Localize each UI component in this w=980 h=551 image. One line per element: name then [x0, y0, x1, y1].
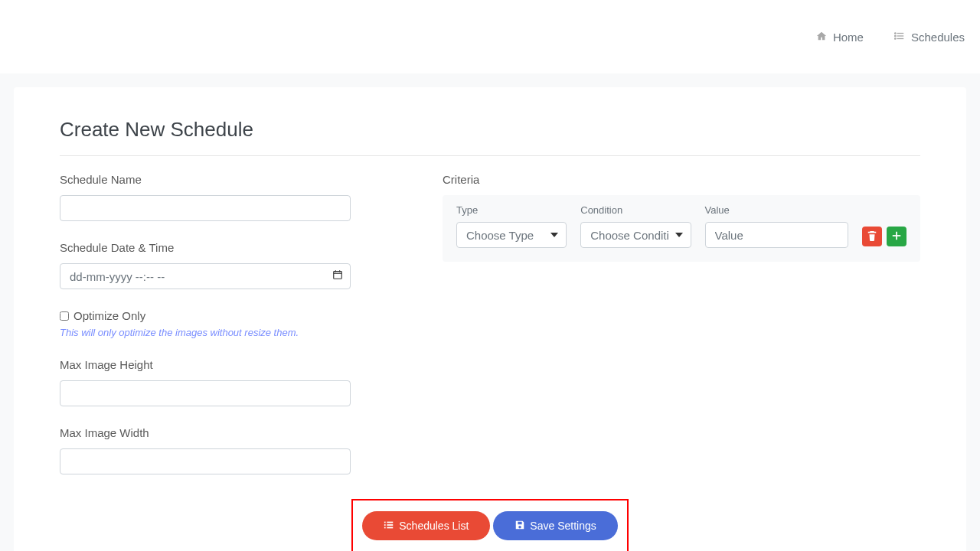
criteria-type-label: Type: [456, 204, 567, 216]
schedules-list-label: Schedules List: [399, 520, 469, 532]
nav-schedules[interactable]: Schedules: [894, 31, 965, 44]
criteria-type-col: Type Choose Type: [456, 204, 567, 248]
optimize-only-group: Optimize Only This will only optimize th…: [60, 309, 351, 338]
nav-home-label: Home: [833, 31, 864, 44]
svg-point-5: [895, 37, 896, 38]
list-icon: [894, 31, 905, 44]
criteria-section-label: Criteria: [443, 173, 920, 186]
svg-point-4: [895, 35, 896, 36]
left-column: Schedule Name Schedule Date & Time: [60, 173, 351, 494]
optimize-only-help: This will only optimize the images witho…: [60, 327, 351, 338]
page-background: Create New Schedule Schedule Name Schedu…: [0, 73, 980, 551]
svg-rect-14: [387, 527, 394, 528]
schedule-datetime-input[interactable]: [60, 263, 351, 289]
max-width-group: Max Image Width: [60, 426, 351, 474]
svg-rect-17: [384, 527, 386, 528]
svg-point-3: [895, 32, 896, 33]
schedule-name-group: Schedule Name: [60, 173, 351, 221]
svg-rect-13: [387, 524, 394, 526]
save-settings-label: Save Settings: [530, 520, 596, 532]
save-icon: [514, 520, 525, 533]
divider: [60, 155, 920, 156]
schedule-name-label: Schedule Name: [60, 173, 351, 186]
criteria-condition-label: Condition: [580, 204, 691, 216]
svg-rect-16: [384, 524, 386, 526]
optimize-only-checkbox[interactable]: [60, 311, 69, 321]
max-width-label: Max Image Width: [60, 426, 351, 439]
criteria-box: Type Choose Type Condition Choose Condit…: [443, 195, 920, 262]
max-height-input[interactable]: [60, 380, 351, 406]
svg-rect-15: [384, 521, 386, 523]
max-height-group: Max Image Height: [60, 358, 351, 406]
trash-icon: [867, 230, 877, 243]
list-icon: [384, 520, 394, 533]
svg-rect-6: [334, 272, 342, 279]
page-title: Create New Schedule: [60, 118, 920, 142]
schedules-list-button[interactable]: Schedules List: [362, 511, 490, 540]
schedule-name-input[interactable]: [60, 195, 351, 221]
svg-rect-11: [893, 235, 901, 236]
optimize-only-label: Optimize Only: [74, 309, 145, 322]
max-width-input[interactable]: [60, 448, 351, 474]
criteria-type-select[interactable]: Choose Type: [456, 222, 567, 248]
form-row: Schedule Name Schedule Date & Time: [60, 173, 920, 494]
button-highlight-box: Schedules List Save Settings: [351, 499, 628, 551]
schedule-datetime-group: Schedule Date & Time: [60, 241, 351, 289]
plus-icon: [891, 230, 902, 243]
schedule-datetime-label: Schedule Date & Time: [60, 241, 351, 254]
criteria-actions: [862, 227, 906, 248]
home-icon: [816, 31, 827, 44]
top-nav: Home Schedules: [816, 31, 965, 44]
optimize-only-row: Optimize Only: [60, 309, 351, 322]
criteria-add-button[interactable]: [887, 227, 906, 246]
criteria-delete-button[interactable]: [862, 227, 882, 246]
criteria-value-input[interactable]: [705, 222, 849, 248]
nav-schedules-label: Schedules: [911, 31, 965, 44]
main-card: Create New Schedule Schedule Name Schedu…: [14, 87, 966, 551]
right-column: Criteria Type Choose Type Condition: [443, 173, 920, 494]
criteria-value-col: Value: [705, 204, 849, 248]
criteria-condition-select[interactable]: Choose Condition: [580, 222, 691, 248]
save-settings-button[interactable]: Save Settings: [493, 511, 617, 540]
svg-rect-12: [387, 521, 394, 523]
calendar-icon[interactable]: [332, 269, 343, 283]
nav-home[interactable]: Home: [816, 31, 864, 44]
criteria-value-label: Value: [705, 204, 849, 216]
max-height-label: Max Image Height: [60, 358, 351, 371]
top-header: Home Schedules: [0, 0, 980, 73]
criteria-row: Type Choose Type Condition Choose Condit…: [456, 204, 906, 248]
button-row: Schedules List Save Settings: [362, 511, 617, 540]
criteria-condition-col: Condition Choose Condition: [580, 204, 691, 248]
